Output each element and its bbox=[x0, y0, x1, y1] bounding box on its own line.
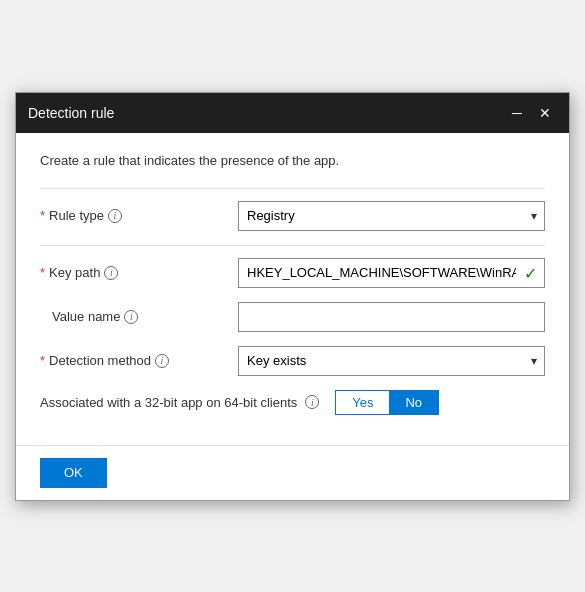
rule-type-required-star: * bbox=[40, 208, 45, 223]
divider-top bbox=[40, 188, 545, 189]
key-path-input-wrapper: ✓ bbox=[238, 258, 545, 288]
key-path-control: ✓ bbox=[238, 258, 545, 288]
value-name-row: Value name i bbox=[40, 302, 545, 332]
value-name-label: Value name i bbox=[40, 309, 230, 324]
value-name-input-wrapper bbox=[238, 302, 545, 332]
dialog-footer: OK bbox=[16, 445, 569, 500]
titlebar: Detection rule ─ ✕ bbox=[16, 93, 569, 133]
rule-type-select-wrapper: Registry MSI File Script ▾ bbox=[238, 201, 545, 231]
ok-button[interactable]: OK bbox=[40, 458, 107, 488]
key-path-required-star: * bbox=[40, 265, 45, 280]
associated-32bit-row: Associated with a 32-bit app on 64-bit c… bbox=[40, 390, 545, 415]
dialog-description: Create a rule that indicates the presenc… bbox=[40, 153, 545, 168]
rule-type-row: * Rule type i Registry MSI File Script ▾ bbox=[40, 201, 545, 231]
associated-32bit-info-icon: i bbox=[305, 395, 319, 409]
close-button[interactable]: ✕ bbox=[533, 101, 557, 125]
minimize-button[interactable]: ─ bbox=[505, 101, 529, 125]
value-name-info-icon: i bbox=[124, 310, 138, 324]
no-button[interactable]: No bbox=[389, 391, 438, 414]
rule-type-select[interactable]: Registry MSI File Script bbox=[238, 201, 545, 231]
rule-type-control: Registry MSI File Script ▾ bbox=[238, 201, 545, 231]
detection-method-label: * Detection method i bbox=[40, 353, 230, 368]
titlebar-controls: ─ ✕ bbox=[505, 101, 557, 125]
dialog-body: Create a rule that indicates the presenc… bbox=[16, 133, 569, 445]
detection-method-row: * Detection method i Key exists Key does… bbox=[40, 346, 545, 376]
associated-32bit-label: Associated with a 32-bit app on 64-bit c… bbox=[40, 395, 319, 410]
value-name-input[interactable] bbox=[238, 302, 545, 332]
key-path-info-icon: i bbox=[104, 266, 118, 280]
yes-button[interactable]: Yes bbox=[336, 391, 389, 414]
rule-type-label: * Rule type i bbox=[40, 208, 230, 223]
value-name-control bbox=[238, 302, 545, 332]
detection-method-select-wrapper: Key exists Key does not exist String com… bbox=[238, 346, 545, 376]
key-path-input[interactable] bbox=[238, 258, 545, 288]
associated-32bit-control: Yes No bbox=[335, 390, 439, 415]
key-path-label: * Key path i bbox=[40, 265, 230, 280]
detection-method-info-icon: i bbox=[155, 354, 169, 368]
dialog-title: Detection rule bbox=[28, 105, 114, 121]
detection-method-required-star: * bbox=[40, 353, 45, 368]
detection-method-control: Key exists Key does not exist String com… bbox=[238, 346, 545, 376]
divider-mid bbox=[40, 245, 545, 246]
yes-no-toggle: Yes No bbox=[335, 390, 439, 415]
detection-method-select[interactable]: Key exists Key does not exist String com… bbox=[238, 346, 545, 376]
rule-type-info-icon: i bbox=[108, 209, 122, 223]
key-path-row: * Key path i ✓ bbox=[40, 258, 545, 288]
detection-rule-dialog: Detection rule ─ ✕ Create a rule that in… bbox=[15, 92, 570, 501]
